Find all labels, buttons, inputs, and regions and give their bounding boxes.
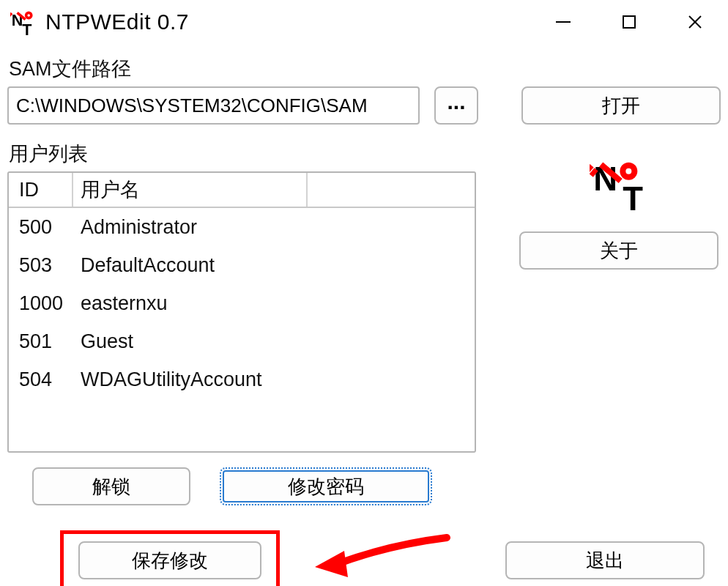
about-button[interactable]: 关于 xyxy=(519,231,718,270)
save-highlight-box: 保存修改 xyxy=(60,530,280,586)
cell-name: DefaultAccount xyxy=(73,254,215,277)
table-row[interactable]: 500 Administrator xyxy=(9,208,475,246)
sam-path-row: ... 打开 xyxy=(7,86,721,125)
table-row[interactable]: 1000 easternxu xyxy=(9,284,475,322)
cell-id: 501 xyxy=(9,330,73,353)
open-button[interactable]: 打开 xyxy=(521,86,721,125)
titlebar: N T NTPWEdit 0.7 xyxy=(0,0,728,44)
minimize-button[interactable] xyxy=(530,0,596,44)
col-header-name[interactable]: 用户名 xyxy=(73,173,308,207)
cell-id: 500 xyxy=(9,216,73,239)
table-row[interactable]: 501 Guest xyxy=(9,322,475,360)
table-row[interactable]: 504 WDAGUtilityAccount xyxy=(9,360,475,398)
maximize-button[interactable] xyxy=(596,0,662,44)
window-controls xyxy=(530,0,728,44)
svg-text:T: T xyxy=(623,180,643,216)
sam-path-input[interactable] xyxy=(7,86,420,125)
close-button[interactable] xyxy=(662,0,728,44)
exit-button[interactable]: 退出 xyxy=(505,541,705,579)
save-button[interactable]: 保存修改 xyxy=(78,541,261,579)
svg-point-3 xyxy=(27,14,30,17)
svg-point-13 xyxy=(625,168,631,174)
user-list-label: 用户列表 xyxy=(9,141,497,167)
cell-id: 1000 xyxy=(9,292,73,315)
change-password-button[interactable]: 修改密码 xyxy=(220,467,432,505)
cell-name: Administrator xyxy=(73,216,197,239)
sam-path-label: SAM文件路径 xyxy=(9,56,721,82)
svg-rect-7 xyxy=(623,16,635,28)
svg-marker-17 xyxy=(315,551,348,577)
unlock-button[interactable]: 解锁 xyxy=(32,467,190,505)
cell-id: 503 xyxy=(9,254,73,277)
cell-name: easternxu xyxy=(73,292,168,315)
red-arrow-annotation xyxy=(308,523,454,586)
cell-id: 504 xyxy=(9,368,73,391)
cell-name: WDAGUtilityAccount xyxy=(73,368,262,391)
bottom-row: 保存修改 退出 xyxy=(7,530,721,586)
window-title: NTPWEdit 0.7 xyxy=(45,10,530,34)
browse-button[interactable]: ... xyxy=(434,86,478,125)
app-logo-icon: N T xyxy=(586,154,652,220)
col-header-id[interactable]: ID xyxy=(9,173,73,207)
user-list[interactable]: ID 用户名 500 Administrator 503 DefaultAcco… xyxy=(7,171,476,453)
app-key-icon: N T xyxy=(9,7,38,37)
svg-text:T: T xyxy=(22,21,31,35)
table-row[interactable]: 503 DefaultAccount xyxy=(9,246,475,284)
user-list-header: ID 用户名 xyxy=(9,173,475,208)
user-action-row: 解锁 修改密码 xyxy=(7,467,497,505)
cell-name: Guest xyxy=(73,330,133,353)
